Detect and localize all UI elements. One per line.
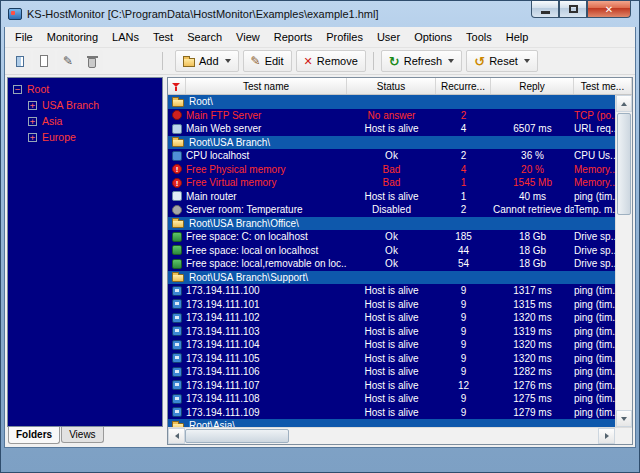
reset-button[interactable]: ↺ Reset — [466, 50, 538, 72]
minimize-button[interactable] — [531, 1, 559, 18]
menu-item-tools[interactable]: Tools — [459, 27, 499, 47]
group-row[interactable]: Root\USA Branch\Office\ — [168, 217, 615, 231]
test-row[interactable]: 173.194.111.107Host is alive121276 mspin… — [168, 379, 615, 393]
test-status: Ok — [347, 230, 436, 244]
menu-item-options[interactable]: Options — [407, 27, 459, 47]
collapse-icon[interactable]: − — [13, 85, 22, 94]
delete-button[interactable] — [81, 50, 103, 72]
test-row[interactable]: 173.194.111.109Host is alive91279 msping… — [168, 406, 615, 420]
menu-item-monitoring[interactable]: Monitoring — [40, 27, 105, 47]
test-row[interactable]: Free space: local,removable on loc...Ok5… — [168, 257, 615, 271]
test-method: Memory... — [574, 163, 615, 177]
test-row[interactable]: 173.194.111.102Host is alive91320 msping… — [168, 311, 615, 325]
tree-node-usa-branch[interactable]: +USA Branch — [8, 97, 162, 113]
test-row[interactable]: Main Web serverHost is alive46507 msURL … — [168, 122, 615, 136]
maximize-button[interactable] — [559, 1, 587, 18]
scroll-left-button[interactable] — [168, 428, 185, 444]
tree-node-root[interactable]: −Root — [8, 81, 162, 97]
grid-header: Test nameStatusRecurre...ReplyTest me... — [168, 78, 632, 95]
host-icon — [172, 407, 182, 417]
test-row[interactable]: 173.194.111.104Host is alive91320 msping… — [168, 338, 615, 352]
vertical-scrollbar[interactable] — [615, 95, 632, 427]
menu-item-profiles[interactable]: Profiles — [319, 27, 370, 47]
expand-icon[interactable]: + — [28, 133, 37, 142]
test-recurrences: 4 — [436, 122, 491, 136]
group-row[interactable]: Root\ — [168, 95, 615, 109]
refresh-button[interactable]: ↻ Refresh — [381, 50, 462, 72]
host-icon — [172, 380, 182, 390]
group-row[interactable]: Root\USA Branch\Support\ — [168, 271, 615, 285]
test-row[interactable]: 173.194.111.101Host is alive91315 msping… — [168, 298, 615, 312]
tab-folders[interactable]: Folders — [8, 427, 60, 444]
menu-item-lans[interactable]: LANs — [105, 27, 146, 47]
toolbar-separator — [373, 52, 374, 70]
scroll-right-button[interactable] — [598, 428, 615, 444]
test-icon-cell — [168, 230, 186, 244]
edit-pen-button[interactable]: ✎ — [57, 50, 79, 72]
menu-item-file[interactable]: File — [8, 27, 40, 47]
test-grid: Test nameStatusRecurre...ReplyTest me...… — [167, 77, 633, 445]
test-row[interactable]: 173.194.111.108Host is alive91275 msping… — [168, 392, 615, 406]
test-icon-cell — [168, 325, 186, 339]
column-header-test-me[interactable]: Test me... — [574, 78, 632, 94]
test-icon-cell — [168, 176, 186, 190]
menu-item-user[interactable]: User — [370, 27, 407, 47]
test-row[interactable]: Free Physical memoryBad420 %Memory... — [168, 163, 615, 177]
test-row[interactable]: CPU localhostOk236 %CPU Us... — [168, 149, 615, 163]
menu-item-reports[interactable]: Reports — [267, 27, 320, 47]
menu-item-test[interactable]: Test — [146, 27, 180, 47]
test-row[interactable]: Server room: TemperatureDisabled2Cannot … — [168, 203, 615, 217]
group-row[interactable]: Root\USA Branch\ — [168, 136, 615, 150]
edit-button[interactable]: ✎ Edit — [243, 50, 292, 72]
test-row[interactable]: Main FTP ServerNo answer2TCP (po... — [168, 109, 615, 123]
test-row[interactable]: Free space: local on localhostOk4418 GbD… — [168, 244, 615, 258]
test-row[interactable]: 173.194.111.100Host is alive91317 msping… — [168, 284, 615, 298]
filter-column-header[interactable] — [168, 78, 186, 94]
test-row[interactable]: Free Virtual memoryBad11545 MbMemory... — [168, 176, 615, 190]
drive-icon — [172, 232, 182, 242]
scroll-up-button[interactable] — [616, 95, 632, 112]
column-header-recurre[interactable]: Recurre... — [436, 78, 491, 94]
close-button[interactable]: ✕ — [587, 1, 631, 18]
remove-button[interactable]: ✕ Remove — [296, 50, 366, 72]
test-status: Host is alive — [347, 122, 436, 136]
test-method: ping (tim... — [574, 392, 615, 406]
column-header-test-name[interactable]: Test name — [186, 78, 347, 94]
tab-views[interactable]: Views — [61, 427, 104, 443]
test-method: Drive sp... — [574, 244, 615, 258]
test-row[interactable]: 173.194.111.105Host is alive91320 msping… — [168, 352, 615, 366]
test-name: Free space: C: on localhost — [186, 230, 347, 244]
add-button[interactable]: Add — [175, 50, 239, 72]
vertical-scroll-thumb[interactable] — [617, 113, 631, 215]
vertical-scroll-track[interactable] — [616, 112, 632, 410]
scroll-down-button[interactable] — [616, 410, 632, 427]
folder-icon — [172, 274, 184, 282]
tree-node-europe[interactable]: +Europe — [8, 129, 162, 145]
edit-button-label: Edit — [265, 55, 284, 67]
test-list: Root\Main FTP ServerNo answer2TCP (po...… — [168, 95, 615, 427]
expand-icon[interactable]: + — [28, 101, 37, 110]
test-row[interactable]: Main routerHost is alive140 msping (tim.… — [168, 190, 615, 204]
horizontal-scroll-thumb[interactable] — [185, 429, 289, 443]
expand-icon[interactable]: + — [28, 117, 37, 126]
tree-node-asia[interactable]: +Asia — [8, 113, 162, 129]
test-row[interactable]: 173.194.111.103Host is alive91319 msping… — [168, 325, 615, 339]
column-header-status[interactable]: Status — [347, 78, 436, 94]
menu-item-view[interactable]: View — [229, 27, 267, 47]
test-reply — [491, 109, 574, 123]
group-row[interactable]: Root\Asia\ — [168, 419, 615, 427]
test-reply: 1315 ms — [491, 298, 574, 312]
test-row[interactable]: 173.194.111.106Host is alive91282 msping… — [168, 365, 615, 379]
horizontal-scroll-track[interactable] — [185, 428, 598, 444]
group-path: Root\ — [189, 96, 213, 107]
new-file-button[interactable] — [33, 50, 55, 72]
menu-item-help[interactable]: Help — [499, 27, 536, 47]
test-status: Ok — [347, 149, 436, 163]
horizontal-scrollbar[interactable] — [168, 428, 615, 444]
test-row[interactable]: Free space: C: on localhostOk18518 GbDri… — [168, 230, 615, 244]
menu-item-search[interactable]: Search — [180, 27, 229, 47]
test-method: ping (tim... — [574, 379, 615, 393]
column-header-reply[interactable]: Reply — [491, 78, 574, 94]
test-reply: 1320 ms — [491, 311, 574, 325]
folders-panel-button[interactable] — [9, 50, 31, 72]
